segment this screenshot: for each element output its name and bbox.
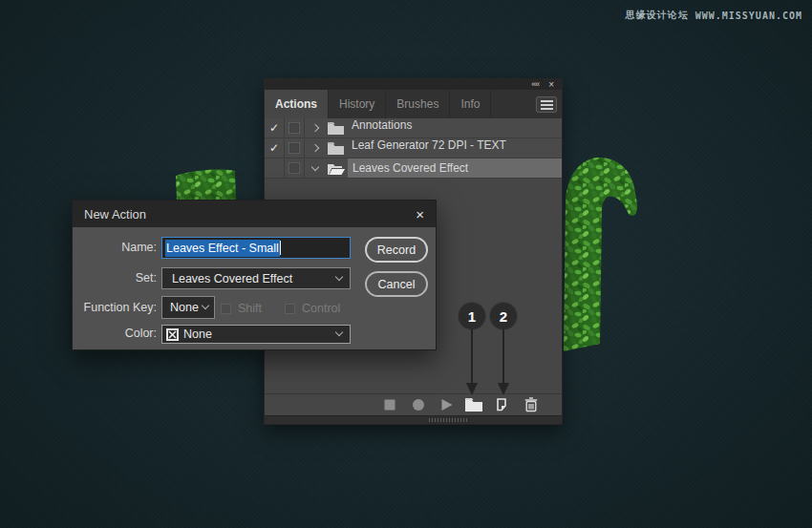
watermark-site-name: 思缘设计论坛 [626, 9, 689, 22]
leaf-letter-partial [176, 170, 236, 203]
chevron-down-icon [335, 272, 343, 280]
actions-list: ✓ Annotations ✓ Leaf Generator 72 DPI - … [265, 118, 562, 179]
selected-action-set[interactable]: Leaves Covered Effect [348, 158, 562, 178]
record-icon[interactable] [413, 399, 424, 411]
expand-chevron-icon[interactable] [305, 138, 326, 158]
new-action-dialog: New Action × Name: Leaves Effect - Small… [72, 200, 437, 350]
callout-arrowhead-2 [498, 383, 509, 395]
checkbox-icon [285, 304, 295, 314]
dialog-close-icon[interactable]: × [416, 207, 424, 222]
collapse-chevron-icon[interactable] [305, 158, 326, 178]
action-set-name[interactable]: Annotations [347, 118, 412, 137]
action-row-annotations[interactable]: ✓ Annotations [265, 118, 562, 138]
dialog-toggle-checkbox[interactable] [285, 158, 305, 178]
control-checkbox: Control [285, 302, 340, 315]
new-set-folder-icon[interactable] [465, 398, 482, 412]
leaf-letter-f [564, 158, 637, 351]
set-select[interactable]: Leaves Covered Effect [161, 267, 351, 289]
toggle-check-icon[interactable]: ✓ [265, 118, 285, 137]
action-row-leaf-generator[interactable]: ✓ Leaf Generator 72 DPI - TEXT [265, 138, 562, 158]
folder-open-icon [326, 158, 348, 178]
checkbox-icon [221, 304, 231, 314]
panel-menu-icon[interactable] [536, 96, 557, 113]
set-select-value: Leaves Covered Effect [172, 272, 292, 285]
color-select-value: None [183, 327, 212, 341]
record-button[interactable]: Record [365, 237, 428, 263]
trash-icon[interactable] [524, 397, 538, 412]
tab-actions[interactable]: Actions [265, 90, 329, 118]
function-key-label: Function Key: [73, 301, 157, 314]
shift-checkbox: Shift [221, 302, 262, 315]
toggle-check-icon[interactable]: ✓ [265, 138, 285, 158]
play-icon[interactable] [442, 399, 453, 411]
color-select[interactable]: None [161, 325, 351, 344]
toggle-check-empty[interactable] [265, 158, 285, 178]
dialog-title-text: New Action [84, 207, 146, 222]
callout-badge-2: 2 [490, 303, 517, 329]
color-label: Color: [73, 327, 157, 340]
folder-closed-icon [326, 138, 347, 158]
folder-closed-icon [326, 118, 347, 137]
dialog-titlebar[interactable]: New Action × [73, 201, 436, 227]
cancel-button[interactable]: Cancel [365, 271, 428, 297]
resize-grip-icon[interactable] [429, 418, 469, 422]
tab-brushes[interactable]: Brushes [386, 90, 450, 118]
actions-panel-toolbar [265, 393, 562, 415]
shift-label: Shift [238, 302, 262, 315]
panel-titlebar: «« × [265, 79, 562, 90]
name-label: Name: [73, 241, 157, 254]
expand-chevron-icon[interactable] [305, 118, 326, 137]
close-panel-icon[interactable]: × [548, 80, 554, 89]
callout-arrow-1 [471, 329, 473, 384]
collapse-panel-icon[interactable]: «« [531, 80, 539, 89]
watermark: 思缘设计论坛 WWW.MISSYUAN.COM [626, 9, 802, 22]
chevron-down-icon [335, 328, 343, 336]
watermark-site-url: WWW.MISSYUAN.COM [695, 11, 802, 21]
tab-info[interactable]: Info [450, 90, 491, 118]
callout-arrow-2 [502, 329, 504, 384]
dialog-toggle-checkbox[interactable] [285, 138, 305, 158]
dialog-body: Name: Leaves Effect - Small Set: Leaves … [73, 227, 436, 349]
text-caret [280, 241, 281, 255]
action-set-name[interactable]: Leaves Covered Effect [348, 161, 468, 175]
action-set-name[interactable]: Leaf Generator 72 DPI - TEXT [347, 138, 506, 158]
function-key-select[interactable]: None [161, 296, 215, 319]
panel-resize-strip [265, 415, 562, 424]
stop-icon[interactable] [385, 400, 395, 411]
name-selected-text: Leaves Effect - Small [165, 240, 280, 257]
callout-arrowhead-1 [466, 383, 478, 395]
function-key-value: None [170, 301, 199, 314]
control-label: Control [302, 302, 340, 315]
no-color-icon [166, 328, 179, 341]
action-name-input[interactable]: Leaves Effect - Small [161, 237, 351, 259]
tab-history[interactable]: History [329, 90, 386, 118]
panel-tabbar: Actions History Brushes Info [265, 90, 562, 118]
dialog-toggle-checkbox[interactable] [285, 118, 305, 137]
chevron-down-icon [202, 302, 209, 309]
action-row-leaves-covered[interactable]: Leaves Covered Effect [265, 158, 562, 179]
set-label: Set: [73, 271, 157, 285]
new-action-icon[interactable] [497, 398, 511, 412]
callout-badge-1: 1 [459, 303, 485, 329]
